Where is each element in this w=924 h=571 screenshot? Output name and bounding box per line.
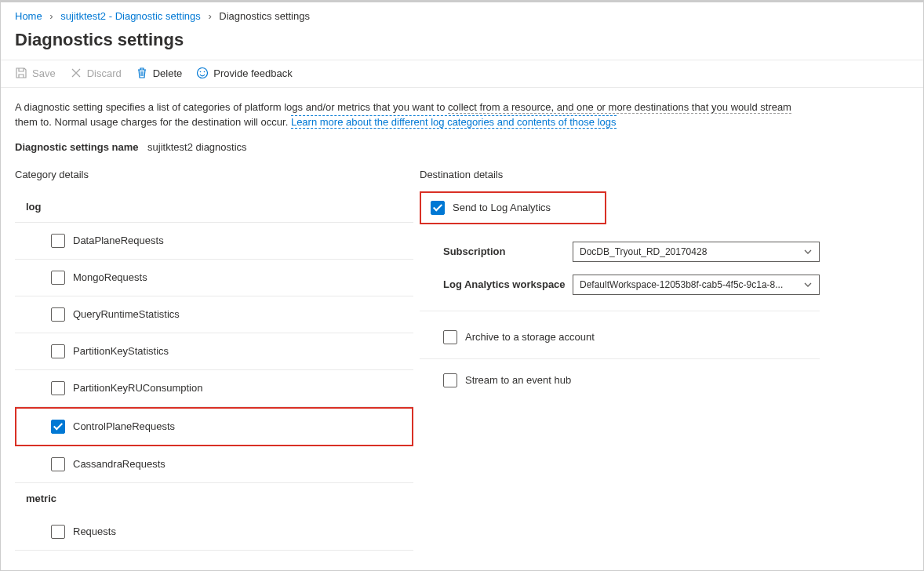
trash-icon (136, 67, 148, 79)
page-title: Diagnostics settings (1, 27, 923, 60)
subscription-label: Subscription (443, 245, 573, 257)
category-requests[interactable]: Requests (15, 514, 413, 551)
breadcrumb-item-1[interactable]: sujitktest2 - Diagnostic settings (60, 10, 200, 22)
chevron-right-icon: › (49, 10, 53, 22)
settings-name-row: Diagnostic settings name sujitktest2 dia… (15, 141, 909, 153)
archive-storage[interactable]: Archive to a storage account (420, 316, 820, 359)
discard-button[interactable]: Discard (70, 67, 122, 79)
destination-heading: Destination details (420, 169, 820, 180)
close-icon (70, 67, 82, 79)
checkbox[interactable] (443, 330, 457, 344)
checkbox[interactable] (51, 457, 65, 471)
group-metric-label: metric (15, 483, 413, 514)
save-icon (15, 67, 27, 79)
category-controlplanerequests[interactable]: ControlPlaneRequests (15, 407, 413, 446)
learn-more-link[interactable]: Learn more about the different log categ… (291, 115, 617, 129)
category-dataplanerequests[interactable]: DataPlaneRequests (15, 223, 413, 260)
checkbox[interactable] (51, 525, 65, 539)
feedback-button[interactable]: Provide feedback (196, 67, 292, 79)
discard-label: Discard (87, 67, 122, 79)
category-label: PartitionKeyRUConsumption (73, 382, 202, 394)
group-log-label: log (15, 191, 413, 223)
svg-point-0 (198, 68, 208, 78)
metric-category-list: Requests (15, 514, 413, 551)
delete-label: Delete (153, 67, 183, 79)
workspace-label: Log Analytics workspace (443, 278, 573, 290)
category-mongorequests[interactable]: MongoRequests (15, 260, 413, 296)
toolbar: Save Discard Delete Provide feedback (1, 60, 923, 88)
svg-point-2 (204, 71, 206, 73)
chevron-down-icon (803, 280, 813, 289)
chevron-right-icon: › (208, 10, 211, 22)
save-label: Save (32, 67, 56, 79)
save-button[interactable]: Save (15, 67, 56, 79)
delete-button[interactable]: Delete (136, 67, 183, 79)
settings-name-value: sujitktest2 diagnostics (147, 141, 246, 153)
category-cassandrarequests[interactable]: CassandraRequests (15, 446, 413, 483)
category-label: Requests (73, 526, 116, 537)
category-label: DataPlaneRequests (73, 235, 164, 246)
description-text: A diagnostic setting specifies a list of… (15, 100, 799, 130)
category-partitionkeystatistics[interactable]: PartitionKeyStatistics (15, 333, 413, 370)
send-to-log-analytics[interactable]: Send to Log Analytics (420, 191, 606, 224)
category-label: QueryRuntimeStatistics (73, 308, 180, 320)
category-label: CassandraRequests (73, 458, 166, 470)
checkbox[interactable] (51, 420, 65, 434)
workspace-field: Log Analytics workspace DefaultWorkspace… (420, 268, 820, 301)
checkbox[interactable] (51, 234, 65, 248)
svg-point-1 (200, 71, 202, 73)
eventhub-label: Stream to an event hub (465, 374, 571, 386)
send-log-analytics-label: Send to Log Analytics (453, 202, 551, 213)
checkbox[interactable] (51, 271, 65, 285)
subscription-value: DocDB_Tryout_RD_20170428 (580, 246, 707, 257)
checkbox[interactable] (51, 307, 65, 322)
checkbox[interactable] (51, 381, 65, 395)
category-queryruntimestatistics[interactable]: QueryRuntimeStatistics (15, 296, 413, 333)
stream-eventhub[interactable]: Stream to an event hub (420, 359, 820, 402)
workspace-value: DefaultWorkspace-12053b8f-cab5-4f5c-9c1a… (580, 279, 783, 290)
checkbox[interactable] (443, 373, 457, 387)
checkbox[interactable] (51, 344, 65, 358)
settings-name-label: Diagnostic settings name (15, 141, 138, 153)
category-heading: Category details (15, 169, 413, 180)
workspace-select[interactable]: DefaultWorkspace-12053b8f-cab5-4f5c-9c1a… (573, 275, 820, 295)
category-label: MongoRequests (73, 271, 147, 283)
checkbox[interactable] (431, 201, 445, 215)
feedback-label: Provide feedback (213, 67, 292, 79)
log-category-list: DataPlaneRequests MongoRequests QueryRun… (15, 223, 413, 483)
breadcrumb-current: Diagnostics settings (219, 10, 310, 22)
category-partitionkeyruconsumption[interactable]: PartitionKeyRUConsumption (15, 370, 413, 407)
subscription-select[interactable]: DocDB_Tryout_RD_20170428 (573, 242, 820, 262)
category-label: ControlPlaneRequests (73, 420, 175, 432)
subscription-field: Subscription DocDB_Tryout_RD_20170428 (420, 235, 820, 268)
breadcrumb: Home › sujitktest2 - Diagnostic settings… (1, 2, 923, 27)
breadcrumb-home[interactable]: Home (15, 10, 42, 22)
chevron-down-icon (803, 247, 813, 256)
smiley-icon (196, 67, 209, 79)
category-label: PartitionKeyStatistics (73, 345, 169, 357)
archive-label: Archive to a storage account (465, 331, 595, 343)
